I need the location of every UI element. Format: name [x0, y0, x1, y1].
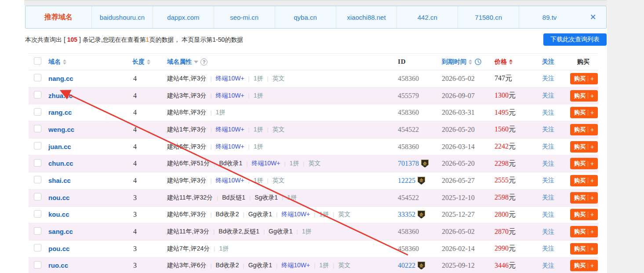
recommended-domain-link[interactable]: dappx.com — [153, 6, 214, 28]
header-domain[interactable]: 域名 — [48, 58, 130, 66]
buy-button[interactable]: 购买+ — [570, 226, 598, 237]
sort-arrows-icon[interactable] — [147, 59, 150, 65]
row-checkbox[interactable] — [34, 91, 41, 98]
id-cell: 458360 — [398, 109, 442, 116]
follow-link[interactable]: 关注 — [538, 109, 554, 116]
domain-link[interactable]: shai.cc — [48, 177, 71, 184]
row-checkbox[interactable] — [34, 176, 41, 183]
id-value: 12225 — [398, 177, 415, 185]
follow-link[interactable]: 关注 — [538, 143, 554, 150]
follow-link[interactable]: 关注 — [538, 160, 554, 167]
header-attrs-label: 域名属性 — [167, 58, 192, 66]
length-value: 4 — [130, 160, 167, 167]
row-checkbox[interactable] — [34, 193, 41, 200]
header-length[interactable]: 长度 — [130, 58, 167, 66]
follow-link[interactable]: 关注 — [538, 211, 554, 218]
close-icon[interactable]: ✕ — [580, 6, 606, 28]
domain-link[interactable]: nou.cc — [48, 194, 69, 201]
follow-link[interactable]: 关注 — [538, 194, 554, 201]
length-value: 4 — [130, 177, 167, 185]
attr-tag: 建站6年,评3分 — [167, 211, 206, 218]
row-checkbox[interactable] — [34, 244, 41, 251]
buy-button[interactable]: 购买+ — [570, 124, 598, 135]
follow-link[interactable]: 关注 — [538, 92, 554, 99]
domain-link[interactable]: sang.cc — [48, 228, 73, 235]
recommended-domain-link[interactable]: 89.tv — [519, 6, 580, 28]
sort-arrows-icon[interactable] — [469, 59, 472, 65]
follow-link[interactable]: 关注 — [538, 262, 554, 269]
length-value: 3 — [130, 262, 167, 269]
domain-link[interactable]: chun.cc — [48, 160, 73, 167]
follow-link[interactable]: 关注 — [538, 245, 554, 252]
recommended-domain-link[interactable]: 71580.cn — [458, 6, 519, 28]
attr-separator: | — [214, 160, 215, 167]
buy-button[interactable]: 购买+ — [570, 107, 598, 118]
recommended-domain-link[interactable]: seo-mi.cn — [214, 6, 275, 28]
download-list-button[interactable]: 下载此次查询列表 — [543, 33, 607, 46]
table-row: rang.cc 4 建站8年,评3分|1拼 458360 2026-03-31 … — [29, 104, 598, 121]
expire-date: 2026-05-02 — [442, 228, 495, 236]
follow-link[interactable]: 关注 — [538, 75, 554, 82]
buy-button-label: 购买 — [574, 160, 586, 167]
select-all-checkbox[interactable] — [34, 57, 41, 65]
domain-link[interactable]: ruo.cc — [48, 262, 68, 269]
buy-button[interactable]: 购买+ — [570, 73, 598, 84]
attr-tag: 终端10W+ — [216, 177, 244, 185]
row-checkbox[interactable] — [34, 125, 41, 132]
plus-icon: + — [590, 126, 594, 133]
buy-button[interactable]: 购买+ — [570, 209, 598, 220]
domain-link[interactable]: rang.cc — [48, 109, 72, 116]
follow-link[interactable]: 关注 — [538, 126, 554, 133]
row-checkbox[interactable] — [34, 74, 41, 81]
price-unit: 元 — [509, 109, 516, 116]
domain-link[interactable]: zhua.cc — [48, 92, 73, 99]
attr-separator: | — [314, 262, 315, 269]
sort-arrows-icon[interactable] — [63, 59, 66, 65]
attr-tag: 1拼 — [216, 109, 226, 116]
help-question-icon[interactable]: ? — [200, 58, 207, 66]
table-row: nou.cc 3 建站11年,评32分|Bd反链1|Sg收录1|1拼 45452… — [29, 189, 598, 207]
attr-tag: 1拼 — [319, 211, 329, 218]
header-expire[interactable]: 到期时间 — [442, 58, 495, 66]
row-checkbox[interactable] — [34, 261, 41, 269]
clock-refresh-icon[interactable] — [474, 58, 482, 66]
domain-link[interactable]: weng.cc — [48, 126, 74, 133]
recommended-domain-link[interactable]: xiaochi88.net — [336, 6, 397, 28]
buy-button[interactable]: 购买+ — [570, 175, 598, 186]
attr-separator: | — [267, 127, 268, 133]
row-checkbox[interactable] — [34, 142, 41, 149]
attr-tag: 1拼 — [254, 143, 263, 151]
recommended-domain-link[interactable]: qyba.cn — [275, 6, 336, 28]
follow-link[interactable]: 关注 — [538, 228, 554, 235]
row-checkbox-cell — [34, 244, 48, 253]
attr-tag: 终端10W+ — [251, 160, 280, 167]
buy-button[interactable]: 购买+ — [570, 192, 598, 204]
row-checkbox[interactable] — [34, 108, 41, 116]
buy-button[interactable]: 购买+ — [570, 141, 598, 153]
buy-button[interactable]: 购买+ — [570, 260, 598, 271]
domain-link[interactable]: kou.cc — [48, 211, 69, 218]
row-checkbox[interactable] — [34, 210, 41, 218]
header-price-label: 价格 — [495, 58, 507, 66]
recommended-domain-link[interactable]: baidushouru.cn — [91, 6, 153, 28]
domain-link[interactable]: juan.cc — [48, 143, 71, 150]
chevron-down-icon[interactable] — [194, 61, 198, 63]
header-price[interactable]: 价格 — [495, 58, 538, 66]
header-attrs[interactable]: 域名属性 ? — [167, 58, 398, 66]
attr-separator: | — [248, 93, 250, 99]
attr-separator: | — [210, 144, 211, 150]
attr-tag: 英文 — [273, 75, 285, 83]
domain-link[interactable]: pou.cc — [48, 245, 69, 252]
buy-button[interactable]: 购买+ — [570, 243, 598, 255]
expire-date: 2026-05-02 — [442, 75, 495, 83]
buy-button[interactable]: 购买+ — [570, 90, 598, 102]
row-checkbox[interactable] — [34, 227, 41, 235]
recommended-domain-link[interactable]: 442.cn — [397, 6, 458, 28]
follow-link[interactable]: 关注 — [538, 177, 554, 184]
result-count: 105 — [67, 36, 77, 43]
sort-arrows-icon-active[interactable] — [509, 59, 513, 65]
header-checkbox-cell — [34, 57, 48, 66]
domain-link[interactable]: nang.cc — [48, 75, 73, 82]
row-checkbox[interactable] — [34, 159, 41, 167]
buy-button[interactable]: 购买+ — [570, 158, 598, 169]
